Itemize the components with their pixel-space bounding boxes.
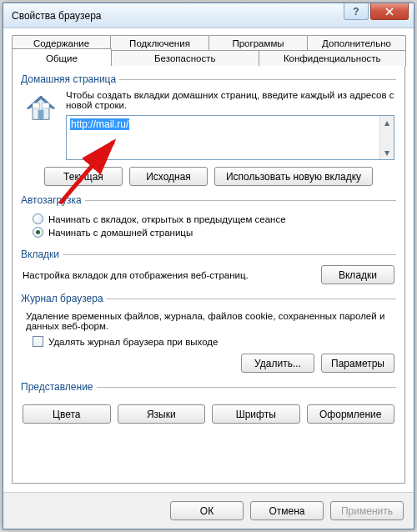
dialog-footer: ОК Отмена Применить <box>3 492 414 529</box>
group-autoload-legend: Автозагрузка <box>21 194 85 206</box>
use-default-button[interactable]: Исходная <box>129 167 208 186</box>
window-controls <box>344 3 414 28</box>
scroll-down-icon[interactable]: ▾ <box>380 146 394 159</box>
tab-advanced[interactable]: Дополнительно <box>307 35 406 51</box>
radio-icon <box>33 213 43 224</box>
radio-label: Начинать с домашней страницы <box>48 228 193 238</box>
accessibility-button[interactable]: Оформление <box>307 404 395 424</box>
group-homepage-legend: Домашняя страница <box>21 73 119 85</box>
homepage-help-text: Чтобы создать вкладки домашних страниц, … <box>66 90 394 110</box>
group-tabs: Вкладки Настройка вкладок для отображени… <box>21 248 396 286</box>
home-icon <box>23 90 59 127</box>
use-newtab-button[interactable]: Использовать новую вкладку <box>214 167 373 186</box>
radio-icon <box>33 227 43 238</box>
help-button[interactable] <box>344 3 369 20</box>
tab-privacy[interactable]: Конфиденциальность <box>259 50 407 66</box>
delete-on-exit-checkbox[interactable]: Удалять журнал браузера при выходе <box>33 336 394 347</box>
colors-button[interactable]: Цвета <box>23 404 111 424</box>
tabs-settings-button[interactable]: Вкладки <box>321 265 394 284</box>
ok-button[interactable]: ОК <box>170 501 244 520</box>
dialog-window: Свойства браузера Содержание Подключения… <box>3 3 414 529</box>
tab-programs[interactable]: Программы <box>208 35 308 51</box>
close-button[interactable] <box>370 3 409 20</box>
checkbox-label: Удалять журнал браузера при выходе <box>48 337 218 347</box>
group-history-legend: Журнал браузера <box>21 293 107 304</box>
checkbox-icon <box>33 336 43 347</box>
group-tabs-legend: Вкладки <box>21 248 63 260</box>
svg-rect-3 <box>43 103 49 108</box>
languages-button[interactable]: Языки <box>118 404 206 424</box>
svg-rect-4 <box>33 103 39 108</box>
cancel-button[interactable]: Отмена <box>250 501 324 520</box>
group-appearance-legend: Представление <box>21 381 97 393</box>
svg-rect-2 <box>38 110 44 120</box>
group-autoload: Автозагрузка Начинать с вкладок, открыты… <box>21 194 396 242</box>
group-appearance: Представление Цвета Языки Шрифты Оформле… <box>21 381 396 425</box>
window-title: Свойства браузера <box>12 10 344 22</box>
use-current-button[interactable]: Текущая <box>44 167 123 186</box>
history-help-text: Удаление временных файлов, журнала, файл… <box>26 311 391 331</box>
apply-button[interactable]: Применить <box>330 501 404 520</box>
titlebar: Свойства браузера <box>3 3 414 28</box>
homepage-url-input[interactable]: http://mail.ru/ ▴ ▾ <box>66 115 394 160</box>
fonts-button[interactable]: Шрифты <box>212 404 300 424</box>
radio-start-homepage[interactable]: Начинать с домашней страницы <box>33 227 394 238</box>
tab-panel-general: Домашняя страница Чтобы создать вкладки … <box>12 65 405 484</box>
tab-row-front: Общие Безопасность Конфиденциальность <box>12 50 405 66</box>
radio-start-tabs[interactable]: Начинать с вкладок, открытых в предыдуще… <box>33 213 394 224</box>
client-area: Содержание Подключения Программы Дополни… <box>3 28 414 492</box>
history-params-button[interactable]: Параметры <box>321 354 394 373</box>
scrollbar[interactable]: ▴ ▾ <box>379 116 394 159</box>
radio-label: Начинать с вкладок, открытых в предыдуще… <box>48 214 286 224</box>
group-history: Журнал браузера Удаление временных файло… <box>21 293 396 374</box>
delete-history-button[interactable]: Удалить... <box>241 354 314 373</box>
tab-control: Содержание Подключения Программы Дополни… <box>12 35 405 66</box>
tab-security[interactable]: Безопасность <box>111 50 259 66</box>
tab-general[interactable]: Общие <box>12 48 112 66</box>
group-homepage: Домашняя страница Чтобы создать вкладки … <box>21 73 396 188</box>
scroll-up-icon[interactable]: ▴ <box>380 116 394 129</box>
tabs-help-text: Настройка вкладок для отображения веб-ст… <box>23 270 313 280</box>
tab-connections[interactable]: Подключения <box>110 35 209 51</box>
homepage-url-value: http://mail.ru/ <box>70 118 129 130</box>
